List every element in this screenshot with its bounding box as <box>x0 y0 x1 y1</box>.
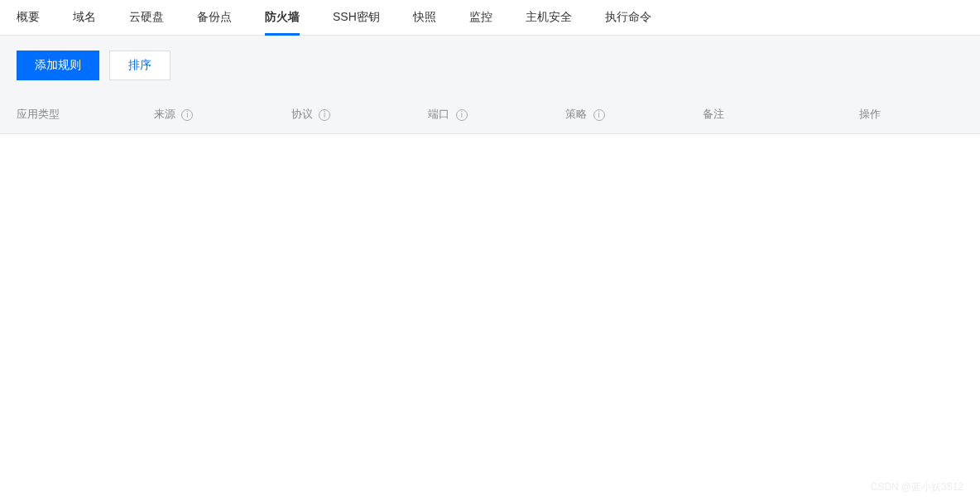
tab-6[interactable]: 快照 <box>413 0 436 35</box>
info-icon[interactable]: i <box>456 109 468 121</box>
tab-2[interactable]: 云硬盘 <box>129 0 164 35</box>
info-icon[interactable]: i <box>319 109 330 121</box>
header-protocol: 协议 i <box>275 95 412 134</box>
tab-7[interactable]: 监控 <box>469 0 492 35</box>
tab-1[interactable]: 域名 <box>73 0 96 35</box>
tab-bar: 概要域名云硬盘备份点防火墙SSH密钥快照监控主机安全执行命令 <box>0 0 980 36</box>
tab-3[interactable]: 备份点 <box>197 0 232 35</box>
toolbar: 添加规则 排序 <box>0 36 980 95</box>
tab-9[interactable]: 执行命令 <box>605 0 651 35</box>
header-source: 来源 i <box>137 95 275 134</box>
tab-5[interactable]: SSH密钥 <box>333 0 380 35</box>
firewall-rules-table-container: 应用类型 来源 i 协议 i 端口 i 策略 i <box>0 95 980 134</box>
header-policy: 策略 i <box>549 95 686 134</box>
tab-8[interactable]: 主机安全 <box>526 0 572 35</box>
header-port: 端口 i <box>411 95 549 134</box>
sort-button[interactable]: 排序 <box>109 51 171 80</box>
info-icon[interactable]: i <box>181 109 193 121</box>
header-remark: 备注 <box>686 95 843 134</box>
firewall-rules-table: 应用类型 来源 i 协议 i 端口 i 策略 i <box>0 95 980 134</box>
tab-0[interactable]: 概要 <box>17 0 40 35</box>
add-rule-button[interactable]: 添加规则 <box>17 51 99 80</box>
tab-4[interactable]: 防火墙 <box>265 0 300 35</box>
header-action: 操作 <box>843 95 980 134</box>
header-type: 应用类型 <box>0 95 137 134</box>
info-icon[interactable]: i <box>593 109 605 121</box>
